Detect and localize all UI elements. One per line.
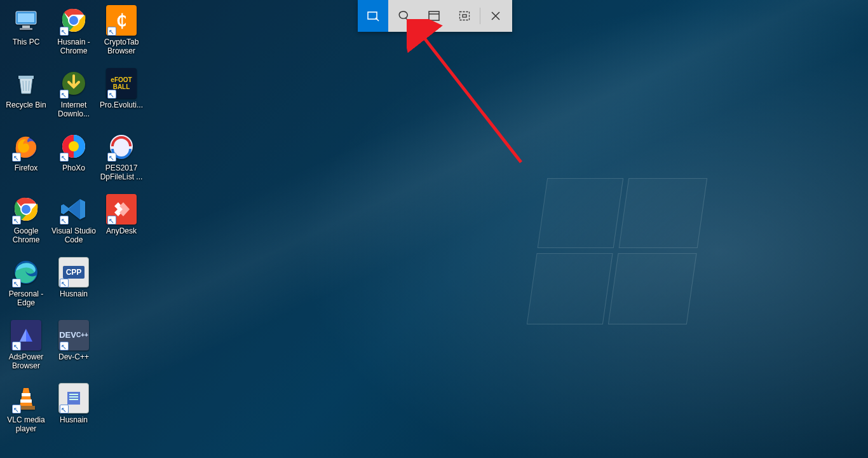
idm-icon: [58, 68, 89, 99]
rectangle-snip-icon: [367, 10, 379, 22]
desktop-icon-label: Dev-C++: [58, 352, 89, 361]
svg-rect-17: [22, 393, 31, 396]
firefox-icon: [11, 131, 41, 162]
desktop-icon-label: This PC: [13, 38, 40, 46]
desktop-icon-label: AnyDesk: [106, 226, 137, 235]
desktop-icon-label: Recycle Bin: [6, 101, 46, 109]
desktop-icon-cpp-folder-13[interactable]: CPPHusnain: [50, 257, 97, 298]
cpp-folder-icon: CPP: [58, 257, 89, 288]
desktop-icon-anydesk-11[interactable]: AnyDesk: [98, 194, 145, 235]
svg-rect-18: [20, 399, 32, 403]
desktop-icon-adspower-14[interactable]: AdsPower Browser: [3, 320, 50, 370]
desktop-icon-chrome-9[interactable]: Google Chrome: [3, 194, 50, 244]
desktop-icon-vlc-16[interactable]: VLC media player: [3, 383, 50, 433]
phoxo-icon: [58, 131, 89, 162]
desktop-icon-label: Internet Downlo...: [50, 101, 97, 118]
svg-rect-28: [463, 15, 466, 17]
devcpp-icon: DEVC++: [58, 320, 89, 350]
svg-rect-7: [18, 76, 34, 79]
desktop-icon-label: Visual Studio Code: [50, 226, 97, 244]
pes-icon: eFOOTBALL: [106, 68, 137, 99]
svg-rect-2: [22, 25, 30, 28]
this-pc-icon: [11, 5, 41, 36]
chrome-icon: [11, 194, 41, 225]
svg-point-11: [69, 141, 79, 151]
fullscreen-snip-icon: [458, 10, 471, 22]
desktop-icon-label: Firefox: [15, 163, 38, 172]
chrome-icon: [58, 5, 89, 36]
snip-mode-fullscreen-button[interactable]: [449, 0, 480, 32]
desktop-icon-phoxo-7[interactable]: PhoXo: [50, 131, 97, 172]
svg-rect-22: [69, 396, 78, 398]
svg-rect-1: [18, 13, 34, 22]
desktop-icon-pes-5[interactable]: eFOOTBALLPro.Evoluti...: [98, 68, 145, 109]
desktop-icon-label: Personal - Edge: [3, 289, 50, 307]
desktop-icon-idm-4[interactable]: Internet Downlo...: [50, 68, 97, 118]
edge-icon: [11, 257, 41, 288]
desktop-icon-this-pc-0[interactable]: This PC: [3, 5, 50, 46]
desktop-icon-label: Husnain: [60, 415, 88, 424]
desktop-icon-firefox-6[interactable]: Firefox: [3, 131, 50, 172]
desktop-icon-chrome-1[interactable]: Husnain - Chrome: [50, 5, 97, 55]
snip-mode-window-button[interactable]: [419, 0, 449, 32]
svg-rect-21: [69, 394, 78, 395]
svg-rect-27: [460, 12, 470, 20]
anydesk-icon: [106, 194, 137, 225]
desktop-icon-dpfilelist-8[interactable]: PES2017 DpFileList ...: [98, 131, 145, 181]
desktop-icon-recycle-bin-3[interactable]: Recycle Bin: [3, 68, 50, 109]
dpfilelist-icon: [106, 131, 137, 162]
vlc-icon: [11, 383, 41, 413]
desktop-icon-label: PhoXo: [62, 163, 85, 172]
close-icon: [491, 11, 501, 21]
cryptotab-icon: ₵: [106, 5, 137, 36]
window-snip-icon: [428, 10, 440, 22]
desktop-icon-label: Husnain - Chrome: [50, 38, 97, 55]
snip-mode-rectangular-button[interactable]: [358, 0, 388, 32]
desktop-icon-label: AdsPower Browser: [3, 352, 50, 370]
desktop-icon-label: Google Chrome: [3, 226, 50, 244]
desktop-icon-label: PES2017 DpFileList ...: [98, 163, 145, 181]
snip-close-button[interactable]: [480, 0, 511, 32]
desktop-icon-generic-folder-17[interactable]: Husnain: [50, 383, 97, 424]
desktop-icon-label: VLC media player: [3, 415, 50, 433]
vscode-icon: [58, 194, 89, 225]
svg-rect-3: [20, 28, 32, 30]
svg-rect-25: [429, 11, 439, 20]
svg-rect-23: [69, 399, 78, 400]
generic-folder-icon: [58, 383, 89, 413]
snip-mode-freeform-button[interactable]: [388, 0, 419, 32]
freeform-snip-icon: [397, 10, 410, 22]
adspower-icon: [11, 320, 41, 350]
recycle-bin-icon: [11, 68, 41, 99]
desktop-icon-devcpp-15[interactable]: DEVC++Dev-C++: [50, 320, 97, 361]
svg-rect-19: [17, 406, 35, 410]
snip-toolbar: [358, 0, 512, 32]
desktop-icon-label: Husnain: [60, 289, 88, 298]
desktop-icon-cryptotab-2[interactable]: ₵CryptoTab Browser: [98, 5, 145, 55]
desktop[interactable]: This PCHusnain - Chrome₵CryptoTab Browse…: [0, 0, 868, 458]
desktop-icon-vscode-10[interactable]: Visual Studio Code: [50, 194, 97, 244]
desktop-icon-edge-12[interactable]: Personal - Edge: [3, 257, 50, 307]
desktop-icon-label: Pro.Evoluti...: [100, 101, 143, 109]
desktop-icon-label: CryptoTab Browser: [98, 38, 145, 55]
